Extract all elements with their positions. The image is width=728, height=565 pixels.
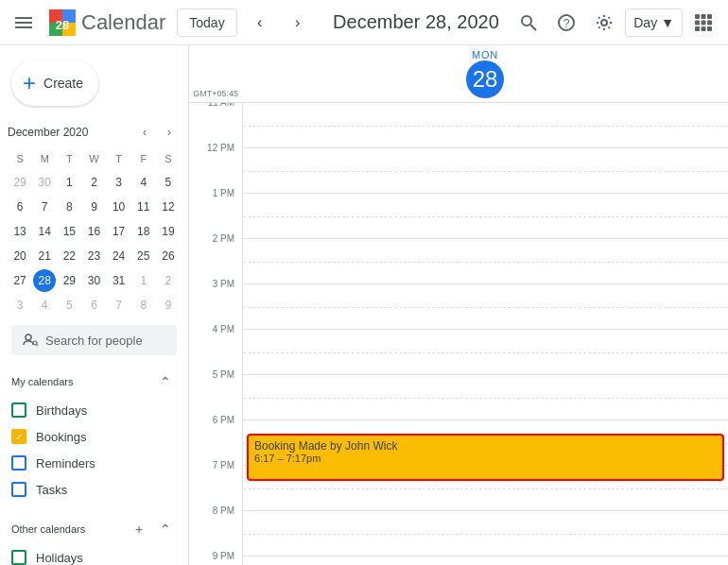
mini-cal-day[interactable]: 7 [32,195,57,219]
svg-rect-19 [695,26,700,31]
view-selector[interactable]: Day ▼ [625,9,683,37]
mini-cal-day[interactable]: 10 [107,195,131,219]
next-nav-button[interactable]: › [283,8,313,38]
half-hour-line [243,488,728,489]
day-number-button[interactable]: 28 [466,60,504,98]
mini-cal-day[interactable]: 2 [156,268,181,293]
prev-nav-button[interactable]: ‹ [245,8,275,38]
mini-cal-day[interactable]: 9 [156,293,181,317]
create-button[interactable]: + Create [11,60,98,106]
mini-cal-day[interactable]: 27 [8,268,32,293]
other-calendar-item[interactable]: Holidays [0,544,188,565]
mini-cal-day[interactable]: 30 [32,170,57,195]
hour-grid-cell[interactable] [243,556,728,565]
mini-cal-day[interactable]: 17 [107,219,131,244]
time-row: 5 PM [189,375,242,420]
mini-cal-day[interactable]: 29 [8,170,32,195]
half-hour-line [243,171,728,172]
time-label: 8 PM [213,505,234,516]
my-calendar-item[interactable]: Tasks [0,476,188,503]
mini-cal-day[interactable]: 15 [57,219,81,244]
hamburger-menu-button[interactable] [8,9,40,36]
time-label: 12 PM [207,143,234,153]
mini-cal-day[interactable]: 5 [156,170,181,195]
mini-cal-day[interactable]: 1 [57,170,81,195]
mini-cal-day[interactable]: 31 [107,268,131,293]
mini-cal-day-header: S [8,147,32,170]
hour-grid-cell[interactable] [243,284,728,330]
mini-cal-day[interactable]: 26 [156,244,181,268]
mini-cal-day[interactable]: 20 [8,244,32,268]
time-row: 7 PM [189,466,242,511]
mini-cal-day[interactable]: 23 [81,244,106,268]
mini-cal-day[interactable]: 19 [156,219,181,244]
search-button[interactable] [511,6,546,40]
mini-cal-day[interactable]: 24 [107,244,131,268]
app-header: 28 Calendar Today ‹ › December 28, 2020 … [0,0,728,45]
hour-grid-cell[interactable] [243,330,728,375]
mini-cal-day[interactable]: 13 [8,219,32,244]
mini-cal-day[interactable]: 4 [32,293,57,317]
hour-grid-cell[interactable] [243,148,728,194]
mini-cal-day[interactable]: 5 [57,293,81,317]
today-button[interactable]: Today [177,9,236,37]
mini-cal-day[interactable]: 6 [81,293,106,317]
mini-cal-day[interactable]: 8 [57,195,81,219]
mini-cal-day[interactable]: 14 [32,219,57,244]
my-calendar-item[interactable]: ✓Bookings [0,423,188,450]
mini-cal-day[interactable]: 4 [131,170,156,195]
mini-cal-prev-button[interactable]: ‹ [133,121,156,144]
hour-grid-cell[interactable] [243,194,728,239]
my-calendar-item[interactable]: Birthdays [0,397,188,423]
my-calendar-item[interactable]: Reminders [0,450,188,476]
hour-grid-cell[interactable] [243,375,728,420]
search-people-placeholder: Search for people [45,334,143,348]
help-button[interactable]: ? [549,6,583,40]
settings-button[interactable] [587,6,621,40]
mini-cal-day[interactable]: 30 [81,268,106,293]
svg-point-8 [522,16,531,26]
svg-line-9 [530,25,536,30]
my-calendars-collapse-button[interactable]: ⌃ [154,370,177,393]
half-hour-line [243,398,728,399]
half-hour-line [243,126,728,127]
other-calendars-add-button[interactable]: + [128,518,150,540]
mini-cal-day[interactable]: 3 [8,293,32,317]
mini-cal-day[interactable]: 7 [107,293,131,317]
hour-grid-cell[interactable] [243,103,728,148]
mini-cal-day[interactable]: 6 [8,195,32,219]
mini-cal-day[interactable]: 3 [107,170,131,195]
my-calendars-header[interactable]: My calendars ⌃ [0,363,188,397]
mini-cal-day[interactable]: 21 [32,244,57,268]
mini-cal-month-year: December 2020 [8,122,88,143]
svg-rect-17 [702,20,706,25]
mini-cal-day[interactable]: 2 [81,170,106,195]
mini-cal-day-header: F [131,147,156,170]
other-calendars-collapse-button[interactable]: ⌃ [154,518,177,540]
gear-icon [595,13,614,32]
mini-cal-day[interactable]: 29 [57,268,81,293]
calendar-label: Reminders [36,456,95,471]
other-calendars-actions: + ⌃ [128,518,177,540]
mini-cal-day[interactable]: 8 [131,293,156,317]
hour-grid-cell[interactable] [243,239,728,284]
mini-cal-day[interactable]: 25 [131,244,156,268]
mini-cal-day[interactable]: 9 [81,195,106,219]
time-row: 3 PM [189,284,242,330]
other-calendars-section: Other calendars + ⌃ Holidays [0,510,188,565]
mini-cal-day[interactable]: 22 [57,244,81,268]
mini-cal-day[interactable]: 1 [131,268,156,293]
chevron-down-icon: ▼ [661,15,674,30]
apps-button[interactable] [686,6,720,40]
mini-cal-day[interactable]: 12 [156,195,181,219]
mini-cal-day[interactable]: 11 [131,195,156,219]
mini-cal-day[interactable]: 18 [131,219,156,244]
search-people-input[interactable]: Search for people [11,325,177,355]
half-hour-line [243,352,728,353]
mini-cal-day[interactable]: 16 [81,219,106,244]
hour-grid-cell[interactable] [243,511,728,556]
mini-cal-day[interactable]: 28 [32,268,57,293]
svg-text:?: ? [563,17,570,30]
calendar-event[interactable]: Booking Made by John Wick6:17 – 7:17pm [247,434,724,481]
mini-cal-next-button[interactable]: › [158,121,181,144]
